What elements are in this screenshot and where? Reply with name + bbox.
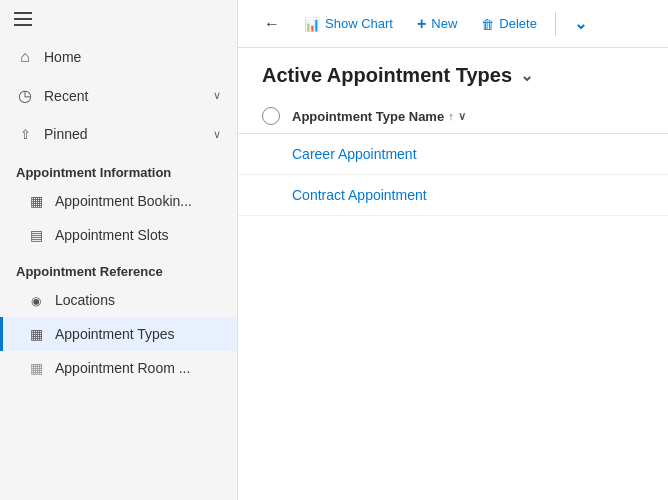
show-chart-button[interactable]: Show Chart — [294, 9, 403, 38]
home-icon — [16, 48, 34, 66]
main-content: Show Chart New Delete Active Appointment… — [238, 0, 668, 500]
sidebar-nav: Home Recent ∨ Pinned ∨ Appointment Infor… — [0, 38, 237, 385]
column-header-appointment-type-name[interactable]: Appointment Type Name ↑ ∨ — [292, 109, 466, 124]
slots-icon — [27, 227, 45, 243]
recent-icon — [16, 86, 34, 105]
list-header: Appointment Type Name ↑ ∨ — [238, 99, 668, 134]
pinned-chevron-icon: ∨ — [213, 128, 221, 141]
room-icon — [27, 360, 45, 376]
sidebar-item-appointment-slots[interactable]: Appointment Slots — [0, 218, 237, 252]
delete-button[interactable]: Delete — [471, 9, 547, 38]
title-dropdown-icon[interactable] — [520, 66, 533, 85]
back-icon — [264, 15, 280, 33]
sidebar-item-appointment-booking-label: Appointment Bookin... — [55, 193, 192, 209]
show-chart-label: Show Chart — [325, 16, 393, 31]
sidebar-item-recent-label: Recent — [44, 88, 203, 104]
column-header-label: Appointment Type Name — [292, 109, 444, 124]
sidebar: Home Recent ∨ Pinned ∨ Appointment Infor… — [0, 0, 238, 500]
sidebar-item-pinned[interactable]: Pinned ∨ — [0, 115, 237, 153]
new-icon — [417, 15, 426, 33]
sidebar-item-home[interactable]: Home — [0, 38, 237, 76]
booking-icon — [27, 193, 45, 209]
sidebar-item-appointment-types-label: Appointment Types — [55, 326, 175, 342]
sidebar-item-home-label: Home — [44, 49, 221, 65]
page-title: Active Appointment Types — [262, 64, 512, 87]
new-label: New — [431, 16, 457, 31]
sidebar-item-pinned-label: Pinned — [44, 126, 203, 142]
sidebar-item-locations-label: Locations — [55, 292, 115, 308]
toolbar: Show Chart New Delete — [238, 0, 668, 48]
more-options-button[interactable] — [564, 8, 597, 39]
section-appointment-reference: Appointment Reference — [0, 252, 237, 283]
appointment-types-icon — [27, 326, 45, 342]
delete-label: Delete — [499, 16, 537, 31]
table-row[interactable]: Career Appointment — [238, 134, 668, 175]
hamburger-menu-icon[interactable] — [14, 12, 32, 26]
sidebar-item-recent[interactable]: Recent ∨ — [0, 76, 237, 115]
sidebar-item-appointment-room[interactable]: Appointment Room ... — [0, 351, 237, 385]
show-chart-icon — [304, 15, 320, 32]
more-options-icon — [574, 14, 587, 33]
section-appointment-information: Appointment Information — [0, 153, 237, 184]
sort-up-icon: ↑ — [448, 110, 454, 122]
career-appointment-link[interactable]: Career Appointment — [292, 146, 417, 162]
sidebar-item-appointment-types[interactable]: Appointment Types — [0, 317, 237, 351]
sidebar-item-appointment-room-label: Appointment Room ... — [55, 360, 190, 376]
sidebar-item-locations[interactable]: Locations — [0, 283, 237, 317]
sidebar-item-appointment-slots-label: Appointment Slots — [55, 227, 169, 243]
recent-chevron-icon: ∨ — [213, 89, 221, 102]
delete-icon — [481, 15, 494, 32]
sidebar-header — [0, 0, 237, 38]
back-button[interactable] — [254, 9, 290, 39]
contract-appointment-link[interactable]: Contract Appointment — [292, 187, 427, 203]
page-title-bar: Active Appointment Types — [238, 48, 668, 99]
select-all-radio[interactable] — [262, 107, 280, 125]
toolbar-divider — [555, 12, 556, 36]
new-button[interactable]: New — [407, 9, 467, 39]
sidebar-item-appointment-booking[interactable]: Appointment Bookin... — [0, 184, 237, 218]
pinned-icon — [16, 125, 34, 143]
location-icon — [27, 292, 45, 308]
sort-dropdown-icon: ∨ — [458, 110, 466, 123]
table-row[interactable]: Contract Appointment — [238, 175, 668, 216]
